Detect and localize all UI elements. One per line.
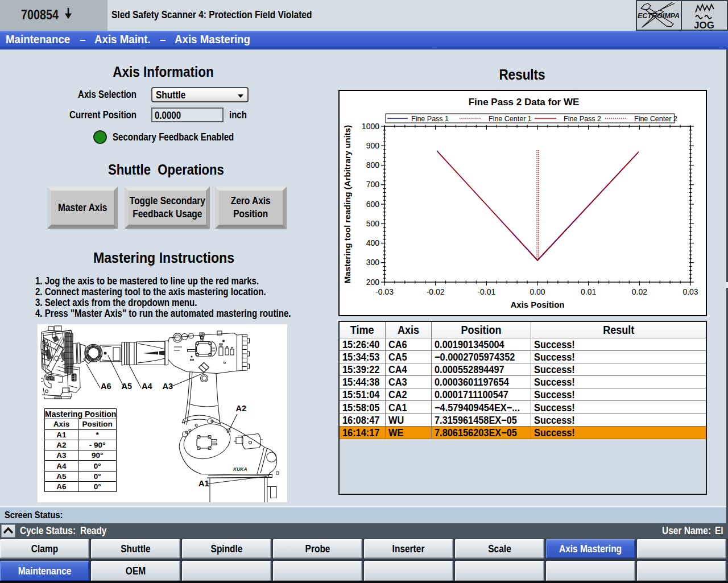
svg-text:700: 700 <box>366 180 380 189</box>
svg-text:-0.02: -0.02 <box>427 287 445 296</box>
svg-text:900: 900 <box>366 141 380 150</box>
svg-text:200: 200 <box>366 278 380 287</box>
svg-text:Fine Center 2: Fine Center 2 <box>634 115 677 123</box>
svg-text:0.02: 0.02 <box>632 287 647 296</box>
svg-text:Fine Pass 2 Data for WE: Fine Pass 2 Data for WE <box>469 97 580 107</box>
svg-text:ECTROIMPA: ECTROIMPA <box>638 12 680 20</box>
svg-text:Mastering tool reading (Arbitr: Mastering tool reading (Arbitrary units) <box>342 125 352 283</box>
svg-text:JOG: JOG <box>694 20 714 30</box>
svg-text:A5: A5 <box>122 382 133 391</box>
svg-text:Fine Pass 2: Fine Pass 2 <box>564 115 601 123</box>
svg-text:1000: 1000 <box>362 122 379 131</box>
svg-text:0.00: 0.00 <box>530 287 545 296</box>
svg-text:300: 300 <box>366 258 380 267</box>
svg-text:Axis Position: Axis Position <box>510 300 564 309</box>
svg-text:0.01: 0.01 <box>581 287 596 296</box>
svg-text:A6: A6 <box>101 382 111 391</box>
svg-text:400: 400 <box>366 238 380 247</box>
svg-text:-0.03: -0.03 <box>375 287 394 296</box>
svg-text:-0.01: -0.01 <box>477 287 495 296</box>
svg-text:KUKA: KUKA <box>233 466 247 472</box>
svg-text:A1: A1 <box>198 479 209 488</box>
svg-text:600: 600 <box>366 200 380 209</box>
svg-text:800: 800 <box>366 160 380 169</box>
svg-text:0.03: 0.03 <box>682 287 698 296</box>
svg-text:Fine Pass 1: Fine Pass 1 <box>411 115 449 123</box>
svg-text:A2: A2 <box>236 404 247 413</box>
svg-text:A4: A4 <box>142 382 152 391</box>
svg-text:Fine Center 1: Fine Center 1 <box>489 115 532 123</box>
svg-text:A3: A3 <box>163 382 173 391</box>
svg-text:500: 500 <box>366 219 380 228</box>
